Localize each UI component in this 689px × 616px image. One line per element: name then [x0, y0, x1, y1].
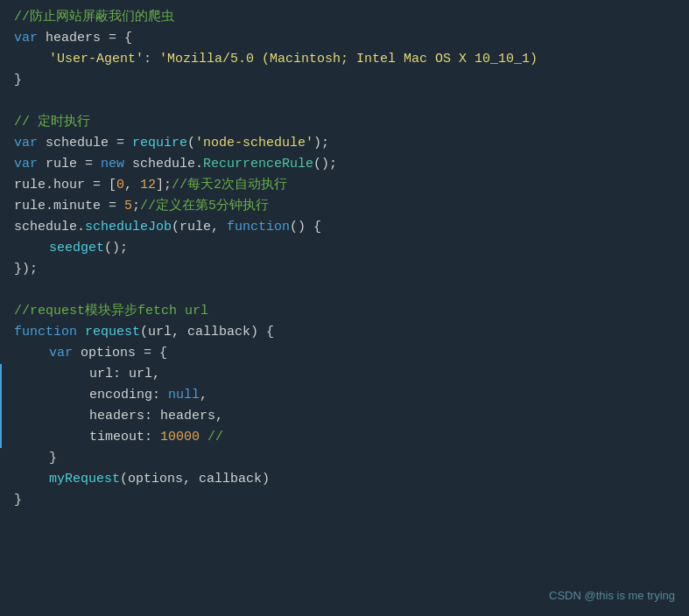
line-18: url: url, — [0, 364, 689, 385]
prop-headers: headers: headers, — [89, 406, 223, 427]
comment-request: //request模块异步fetch url — [14, 301, 208, 322]
comment-twice: //每天2次自动执行 — [172, 175, 287, 196]
num-12: 12 — [140, 175, 156, 196]
rule-hour: rule.hour — [14, 175, 93, 196]
comment-timeout: // — [200, 427, 223, 448]
kw-var-2: var — [14, 133, 46, 154]
line-11: schedule.scheduleJob(rule, function() { — [0, 217, 689, 238]
line-16: function request(url, callback) { — [0, 322, 689, 343]
fn-require: require — [132, 133, 187, 154]
line-14 — [0, 280, 689, 301]
line-20: headers: headers, — [0, 406, 689, 427]
kw-var-3: var — [14, 154, 46, 175]
num-5: 5 — [124, 196, 132, 217]
line-17: var options = { — [0, 343, 689, 364]
schedule-recurrence: schedule. — [132, 154, 203, 175]
fn-request: request — [85, 322, 140, 343]
prop-url: url: url, — [89, 364, 160, 385]
kw-new: new — [101, 154, 132, 175]
str-user-agent-key: 'User-Agent' — [49, 49, 144, 70]
kw-null: null — [168, 385, 200, 406]
line-2: var headers = { — [0, 28, 689, 49]
num-10000: 10000 — [160, 427, 200, 448]
schedule-job: schedule. — [14, 217, 85, 238]
line-9: rule.hour = [0, 12];//每天2次自动执行 — [0, 175, 689, 196]
comment-schedule: // 定时执行 — [14, 112, 90, 133]
line-23: myRequest(options, callback) — [0, 469, 689, 490]
code-editor: //防止网站屏蔽我们的爬虫 var headers = { 'User-Agen… — [0, 0, 689, 616]
cls-recurrence: RecurrenceRule — [203, 154, 313, 175]
var-schedule: schedule — [46, 133, 116, 154]
line-12: seedget(); — [0, 238, 689, 259]
line-8: var rule = new schedule.RecurrenceRule()… — [0, 154, 689, 175]
prop-timeout: timeout: — [89, 427, 160, 448]
line-21: timeout: 10000 // — [0, 427, 689, 448]
num-0: 0 — [116, 175, 124, 196]
kw-function-1: function — [227, 217, 290, 238]
line-19: encoding: null, — [0, 385, 689, 406]
var-rule: rule — [46, 154, 85, 175]
line-15: //request模块异步fetch url — [0, 301, 689, 322]
line-1: //防止网站屏蔽我们的爬虫 — [0, 7, 689, 28]
var-options: options — [81, 343, 144, 364]
comment-minute: //定义在第5分钟执行 — [140, 196, 269, 217]
str-node-schedule: 'node-schedule' — [195, 133, 313, 154]
kw-function-2: function — [14, 322, 85, 343]
rule-minute: rule.minute — [14, 196, 109, 217]
watermark: CSDN @this is me trying — [549, 587, 675, 606]
line-13: }); — [0, 259, 689, 280]
arg-options: options, callback — [128, 469, 262, 490]
line-3: 'User-Agent': 'Mozilla/5.0 (Macintosh; I… — [0, 49, 689, 70]
prop-encoding: encoding: — [89, 385, 168, 406]
var-headers: headers — [46, 28, 109, 49]
kw-var-1: var — [14, 28, 46, 49]
line-22: } — [0, 448, 689, 469]
line-10: rule.minute = 5;//定义在第5分钟执行 — [0, 196, 689, 217]
line-7: var schedule = require('node-schedule'); — [0, 133, 689, 154]
line-4: } — [0, 70, 689, 91]
kw-var-4: var — [49, 343, 81, 364]
line-24: } — [0, 490, 689, 511]
line-6: // 定时执行 — [0, 112, 689, 133]
comment-prevent: //防止网站屏蔽我们的爬虫 — [14, 7, 174, 28]
line-5 — [0, 91, 689, 112]
str-user-agent-val: 'Mozilla/5.0 (Macintosh; Intel Mac OS X … — [159, 49, 545, 70]
fn-seedget: seedget — [49, 238, 104, 259]
fn-myrequest: myRequest — [49, 469, 120, 490]
fn-schedulejob: scheduleJob — [85, 217, 172, 238]
